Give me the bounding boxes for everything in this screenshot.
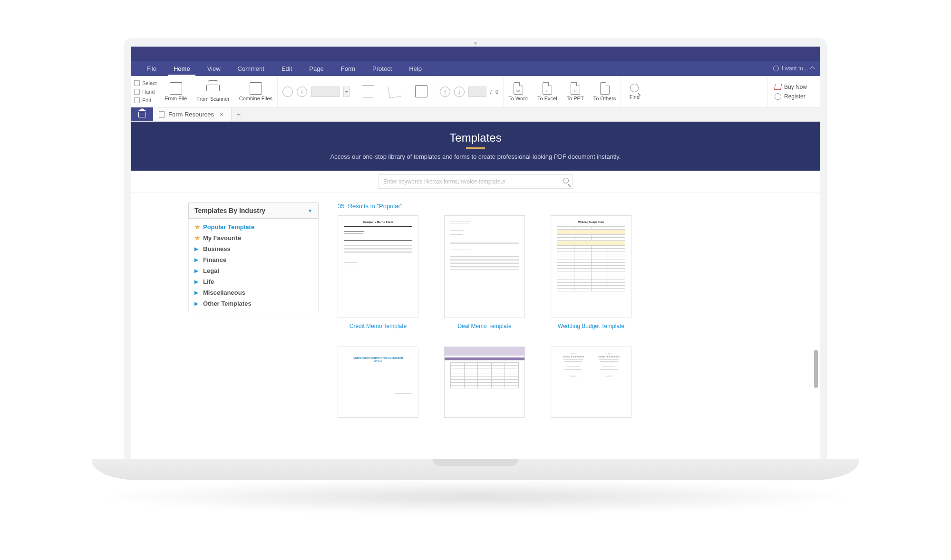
tool-edit[interactable]: Edit [134, 96, 157, 105]
sidebar-item-legal[interactable]: ▶ Legal [189, 265, 318, 276]
menu-form[interactable]: Form [332, 61, 364, 76]
zoom-controls: − + [278, 76, 355, 107]
template-card[interactable]: INDEPENDENT CONTRACTOR AGREEMENT [DATE] [338, 347, 418, 418]
tool-hand[interactable]: Hand [134, 87, 157, 96]
zoom-level-field[interactable] [311, 87, 340, 97]
zoom-dropdown[interactable] [343, 87, 350, 97]
sidebar-item-business[interactable]: ▶ Business [189, 243, 318, 254]
sidebar-item-life[interactable]: ▶ Life [189, 276, 318, 287]
sidebar-item-popular-template[interactable]: ★ Popular Template [189, 222, 318, 232]
sidebar-item-my-favourite[interactable]: ★ My Favourite [189, 232, 318, 243]
page-down-button[interactable]: ↓ [454, 87, 465, 97]
close-tab-button[interactable]: × [218, 111, 225, 118]
new-tab-button[interactable]: + [232, 107, 246, 121]
cursor-icon [134, 80, 140, 86]
results-header: 35 Results in "Popular" [338, 203, 801, 210]
edit-icon [134, 97, 140, 103]
scrollbar-thumb[interactable] [814, 350, 818, 388]
present-button[interactable] [408, 76, 435, 107]
lightbulb-icon [773, 66, 779, 71]
template-thumbnail: INDEPENDENT CONTRACTOR AGREEMENT [DATE] [338, 347, 418, 418]
scanner-icon [206, 85, 220, 91]
cart-icon [774, 84, 782, 90]
sidebar-header[interactable]: Templates By Industry ▼ [188, 203, 319, 219]
ribbon-right-group: Buy Now Register [767, 76, 820, 107]
sidebar-item-finance[interactable]: ▶ Finance [189, 254, 318, 265]
doc-tab-form-resources[interactable]: Form Resources × [153, 107, 232, 121]
buy-now-button[interactable]: Buy Now [775, 84, 813, 90]
home-tab[interactable] [131, 107, 153, 121]
word-doc-icon: W [514, 82, 523, 95]
menu-view[interactable]: View [199, 61, 229, 76]
sidebar-list: ★ Popular Template ★ My Favourite ▶ Busi… [188, 219, 319, 312]
zoom-in-button[interactable]: + [297, 87, 307, 97]
app-screen: File Home View Comment Edit Page Form Pr… [131, 47, 820, 460]
menu-file[interactable]: File [138, 61, 165, 76]
search-button[interactable] [559, 175, 573, 188]
laptop-bezel: File Home View Comment Edit Page Form Pr… [124, 38, 827, 460]
hand-icon [134, 89, 140, 95]
template-card[interactable]: Deal Memo Template [444, 215, 525, 330]
fit-width-button[interactable] [355, 76, 381, 107]
fit-width-icon [362, 85, 374, 97]
template-card[interactable] [444, 347, 525, 418]
star-icon: ★ [194, 223, 199, 231]
template-card[interactable]: Wedding Budget Chart [551, 215, 631, 330]
find-button[interactable]: Find [621, 76, 648, 107]
arrow-right-icon: ▶ [194, 257, 199, 262]
rotate-button[interactable] [381, 76, 408, 107]
window-titlebar [131, 47, 820, 61]
search-row [131, 171, 820, 193]
arrow-right-icon: ▶ [194, 246, 199, 251]
magnifier-icon [630, 84, 639, 92]
sidebar-item-miscellaneous[interactable]: ▶ Miscellaneous [189, 287, 318, 298]
template-card[interactable]: ∽∾∽ Jordan ❀ Samantha ∽∾∽ [551, 347, 631, 418]
i-want-to[interactable]: I want to... [773, 65, 820, 72]
chevron-down-icon: ▼ [308, 208, 312, 213]
menu-comment[interactable]: Comment [229, 61, 273, 76]
register-button[interactable]: Register [775, 93, 813, 100]
page-separator: / [490, 89, 492, 95]
combine-files-button[interactable]: Combine Files [234, 76, 277, 107]
to-others-button[interactable]: To Others [589, 76, 621, 107]
menu-help[interactable]: Help [400, 61, 430, 76]
content-area: Templates By Industry ▼ ★ Popular Templa… [131, 193, 820, 450]
others-doc-icon [600, 82, 610, 95]
menu-protect[interactable]: Protect [364, 61, 400, 76]
page-total: 0 [495, 89, 498, 95]
page-number-field[interactable] [468, 87, 486, 97]
to-excel-button[interactable]: E To Excel [533, 76, 562, 107]
arrow-right-icon: ▶ [194, 301, 199, 306]
templates-hero: Templates Access our one-stop library of… [131, 122, 820, 171]
template-thumbnail: Company Memo Form [338, 215, 418, 318]
search-box [378, 174, 573, 189]
zoom-out-button[interactable]: − [282, 87, 293, 97]
from-file-button[interactable]: From File [160, 76, 192, 107]
results-main: 35 Results in "Popular" Company Memo For… [319, 203, 801, 450]
template-thumbnail [444, 347, 525, 418]
template-title: Credit Memo Template [349, 323, 407, 330]
combine-icon [250, 82, 262, 95]
to-ppt-button[interactable]: P To PPT [562, 76, 589, 107]
excel-doc-icon: E [543, 82, 552, 95]
key-icon [775, 93, 781, 100]
ppt-doc-icon: P [571, 82, 580, 95]
menu-edit[interactable]: Edit [273, 61, 301, 76]
template-thumbnail: ∽∾∽ Jordan ❀ Samantha ∽∾∽ [551, 347, 631, 418]
menu-bar: File Home View Comment Edit Page Form Pr… [131, 61, 820, 76]
menu-page[interactable]: Page [301, 61, 332, 76]
template-card[interactable]: Company Memo Form [338, 215, 418, 330]
template-thumbnail [444, 215, 525, 318]
from-scanner-button[interactable]: From Scanner [192, 76, 234, 107]
search-icon [563, 178, 569, 183]
page-up-button[interactable]: ↑ [440, 87, 450, 97]
document-tabbar: Form Resources × + [131, 107, 820, 122]
to-word-button[interactable]: W To Word [504, 76, 533, 107]
tool-select[interactable]: Select [134, 79, 157, 87]
page-title: Templates [449, 131, 501, 149]
search-input[interactable] [383, 178, 559, 185]
arrow-right-icon: ▶ [194, 268, 199, 273]
sidebar-item-other-templates[interactable]: ▶ Other Templates [189, 298, 318, 309]
i-want-label: I want to... [782, 65, 808, 72]
menu-home[interactable]: Home [165, 61, 199, 76]
